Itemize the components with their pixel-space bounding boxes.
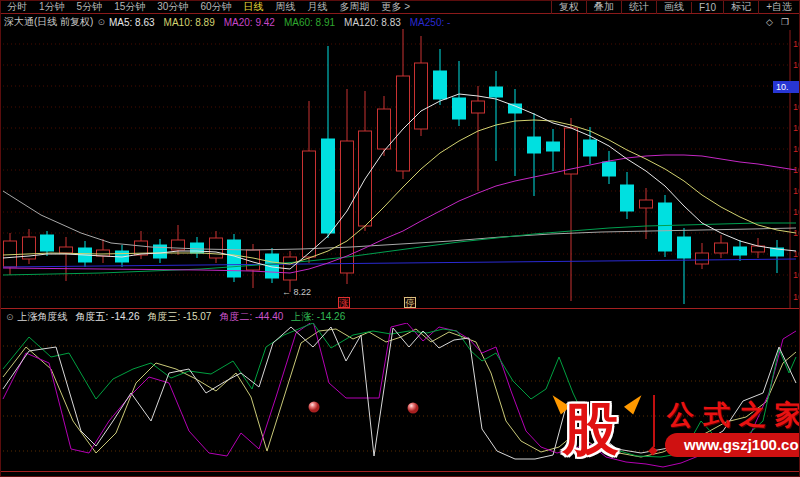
logo-glyph: 股: [563, 389, 619, 469]
candle-body: [640, 200, 653, 208]
watermark-logo: 股 ◆ 公式之家 www.gszj100.com: [551, 387, 799, 473]
candle-body: [565, 128, 578, 174]
candle-body: [547, 142, 560, 151]
ma-value: MA60: 8.91: [284, 17, 344, 28]
ma-value: MA5: 8.63: [109, 17, 164, 28]
axis-tick: 10: [793, 144, 800, 154]
axis-tick: 10: [793, 39, 800, 49]
period-tab[interactable]: 多周期: [334, 0, 376, 14]
current-price-tag: 10.: [773, 81, 799, 93]
axis-tick: 10: [793, 207, 800, 217]
event-marker: 停: [404, 297, 416, 308]
candle-body: [509, 104, 522, 113]
candle-body: [41, 235, 54, 251]
window-icon[interactable]: ❐: [781, 17, 789, 27]
candle-body: [528, 137, 541, 153]
toolbar-button[interactable]: 统计: [621, 0, 656, 14]
period-tab[interactable]: 周线: [270, 0, 302, 14]
indicator-value: 角度五: -14.26: [76, 310, 148, 324]
ball-marker: [408, 403, 419, 414]
indicator-value: 角度三: -15.07: [147, 310, 219, 324]
candle-body: [434, 71, 447, 99]
candle-body: [210, 238, 223, 258]
period-tab[interactable]: 15分钟: [108, 0, 151, 14]
logo-divider: [653, 395, 655, 447]
period-toolbar: 分时1分钟5分钟15分钟30分钟60分钟日线周线月线多周期更多 > 复权叠加统计…: [1, 1, 799, 14]
candle-body: [303, 151, 316, 257]
candle-body: [603, 162, 616, 176]
toolbar-button[interactable]: 叠加: [586, 0, 621, 14]
low-price-label: ← 8.22: [282, 287, 311, 297]
toolbar-buttons: 复权叠加统计画线F10标记+自选: [551, 1, 799, 13]
toolbar-button[interactable]: F10: [691, 2, 723, 13]
axis-tick: 10: [793, 270, 800, 280]
indicator-value: 角度二: -44.40: [219, 310, 291, 324]
candle-body: [397, 76, 410, 171]
axis-tick: 10: [793, 186, 800, 196]
indicator-value: 上涨: -14.26: [291, 310, 353, 324]
ma-value: MA120: 8.83: [344, 17, 410, 28]
ma-value: MA20: 9.42: [224, 17, 284, 28]
indicator-name: 上涨角度线: [18, 310, 76, 324]
axis-tick: 10: [793, 102, 800, 112]
period-tab[interactable]: 更多 >: [376, 0, 417, 14]
indicator-icon[interactable]: ⊙: [1, 312, 18, 322]
event-marker: 涨: [338, 297, 350, 308]
candle-body: [97, 250, 110, 256]
trading-app-window: 101010101010101010101010 分时1分钟5分钟15分钟30分…: [0, 0, 800, 477]
horn-icon: [624, 391, 646, 414]
candle-body: [4, 241, 17, 267]
ball-marker: [309, 402, 320, 413]
candle-body: [678, 237, 691, 258]
candle-body: [341, 141, 354, 273]
period-tab[interactable]: 月线: [302, 0, 334, 14]
stock-info-bar: 深大通(日线 前复权) ⊙ MA5: 8.63MA10: 8.89MA20: 9…: [1, 15, 799, 29]
candle-body: [472, 101, 485, 113]
indicator-header: ⊙ 上涨角度线 角度五: -14.26角度三: -15.07角度二: -44.4…: [1, 310, 799, 323]
period-tab[interactable]: 30分钟: [151, 0, 194, 14]
ma-values: MA5: 8.63MA10: 8.89MA20: 9.42MA60: 8.91M…: [109, 17, 459, 28]
diamond-icon: ◆: [648, 443, 657, 457]
candle-body: [415, 63, 428, 129]
candle-body: [734, 247, 747, 255]
period-tabs: 分时1分钟5分钟15分钟30分钟60分钟日线周线月线多周期更多 >: [1, 0, 416, 14]
candle-body: [453, 98, 466, 119]
stock-title: 深大通(日线 前复权): [1, 15, 97, 29]
candle-body: [490, 87, 503, 97]
candle-body: [247, 250, 260, 270]
axis-tick: 10: [793, 292, 800, 302]
logo-url: www.gszj100.com: [665, 433, 800, 457]
period-tab[interactable]: 日线: [238, 0, 270, 14]
logo-brand: 公式之家: [667, 397, 799, 433]
candle-body: [584, 140, 597, 156]
toolbar-button[interactable]: 画线: [656, 0, 691, 14]
period-tab[interactable]: 1分钟: [33, 0, 71, 14]
candle-body: [378, 109, 391, 149]
diamond-icon[interactable]: ◇: [766, 17, 773, 27]
axis-tick: 10: [793, 60, 800, 70]
candle-body: [322, 139, 335, 233]
indicator-toggle-icon[interactable]: ⊙: [97, 17, 109, 27]
toolbar-button[interactable]: +自选: [758, 0, 799, 14]
period-tab[interactable]: 分时: [1, 0, 33, 14]
candle-body: [715, 243, 728, 253]
toolbar-button[interactable]: 标记: [723, 0, 758, 14]
ma-value: MA10: 8.89: [164, 17, 224, 28]
candle-body: [621, 185, 634, 211]
candle-body: [659, 203, 672, 251]
indicator-values: 角度五: -14.26角度三: -15.07角度二: -44.40上涨: -14…: [76, 310, 354, 324]
toolbar-button[interactable]: 复权: [551, 0, 586, 14]
candle-body: [228, 240, 241, 277]
ma-value: MA250: -: [410, 17, 460, 28]
axis-tick: 10: [793, 123, 800, 133]
period-tab[interactable]: 5分钟: [71, 0, 109, 14]
candle-body: [696, 253, 709, 264]
candle-body: [60, 247, 73, 253]
period-tab[interactable]: 60分钟: [194, 0, 237, 14]
